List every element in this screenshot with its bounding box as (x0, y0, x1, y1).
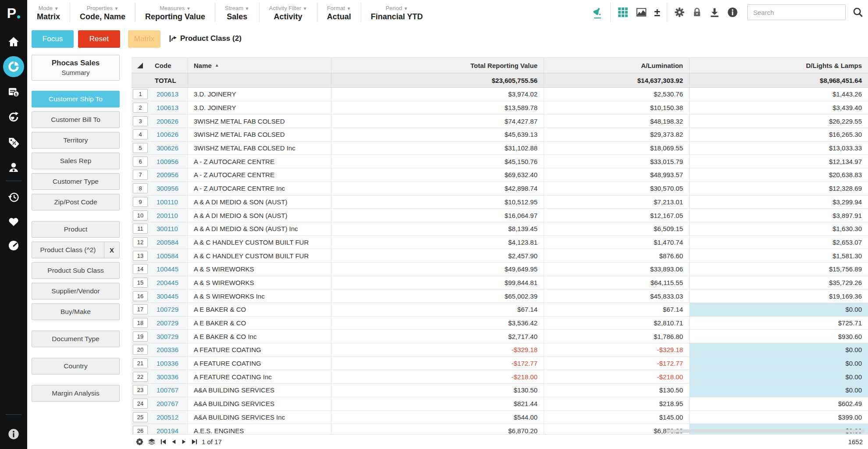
search-input[interactable] (747, 4, 846, 20)
row-code-link[interactable]: 200626 (149, 114, 188, 128)
row-number[interactable]: 10 (133, 210, 148, 221)
prev-page-icon[interactable] (171, 438, 177, 445)
row-code-link[interactable]: 100729 (149, 303, 188, 316)
row-name[interactable]: A E BAKER & CO (188, 303, 331, 316)
row-code-link[interactable]: 200729 (149, 317, 188, 330)
dashboard-gauge-icon[interactable] (7, 239, 20, 252)
layers-icon[interactable] (148, 438, 156, 445)
row-number[interactable]: 22 (133, 372, 148, 382)
row-name[interactable]: A.E.S. ENGINES (188, 424, 331, 435)
row-code-link[interactable]: 300626 (149, 142, 188, 155)
row-name[interactable]: A - Z AUTOCARE CENTRE Inc (188, 182, 331, 195)
row-code-link[interactable]: 100767 (149, 384, 188, 397)
chart-view-icon[interactable] (635, 7, 647, 18)
finance-icon[interactable]: $ (7, 86, 20, 98)
row-code-link[interactable]: 100584 (149, 249, 188, 262)
reset-button[interactable]: Reset (78, 30, 120, 48)
last-page-icon[interactable] (191, 438, 198, 445)
row-number[interactable]: 18 (133, 318, 148, 328)
customers-icon[interactable] (7, 161, 20, 174)
row-code-link[interactable]: 200445 (149, 276, 188, 289)
activity-filter-dropdown[interactable]: Activity Filter ▼ Activity (260, 3, 317, 21)
row-code-link[interactable]: 300336 (149, 370, 188, 383)
row-name[interactable]: A FEATURE COATING (188, 357, 331, 370)
row-number[interactable]: 24 (133, 399, 148, 409)
dimension-customer-bill-to[interactable]: Customer Bill To (32, 111, 120, 128)
dimension-margin-analysis[interactable]: Margin Analysis (32, 385, 120, 402)
row-name[interactable]: 3.D. JOINERY (188, 101, 331, 114)
row-name[interactable]: A&A BUILDING SERVICES Inc (188, 411, 331, 424)
plus-minus-icon[interactable]: ± (654, 8, 660, 17)
row-name[interactable]: A & A DI MEDIO & SON (AUST) Inc (188, 222, 331, 235)
row-code-link[interactable]: 200767 (149, 397, 188, 410)
row-code-link[interactable]: 100956 (149, 155, 188, 168)
column-header-d-lights-lamps[interactable]: D/Lights & Lamps (689, 58, 868, 73)
row-number[interactable]: 14 (133, 264, 148, 274)
row-code-link[interactable]: 100336 (149, 357, 188, 370)
row-code-link[interactable]: 200336 (149, 343, 188, 356)
dimension-document-type[interactable]: Document Type (32, 331, 120, 347)
dimension-supplier-vendor[interactable]: Supplier/Vendor (32, 283, 120, 299)
row-number[interactable]: 20 (133, 345, 148, 355)
row-number[interactable]: 23 (133, 385, 148, 395)
row-name[interactable]: A&A BUILDING SERVICES (188, 384, 331, 397)
column-header-name[interactable]: Name▲ (188, 58, 331, 73)
matrix-button[interactable]: Matrix (128, 30, 160, 48)
row-code-link[interactable]: 200584 (149, 236, 188, 249)
database-selector[interactable]: Phocas Sales Summary (32, 55, 120, 81)
home-icon[interactable] (7, 36, 20, 48)
row-code-link[interactable]: 300110 (149, 222, 188, 235)
info-icon[interactable] (7, 428, 20, 440)
grid-view-icon[interactable] (617, 7, 629, 18)
row-number[interactable]: 17 (133, 304, 148, 314)
analytics-donut-icon[interactable] (3, 56, 24, 77)
row-number[interactable]: 11 (133, 224, 148, 234)
grid-options-icon[interactable] (136, 438, 143, 445)
row-code-link[interactable]: 300729 (149, 330, 188, 343)
format-dropdown[interactable]: Format ▼ Actual (317, 3, 361, 21)
row-code-link[interactable]: 300956 (149, 182, 188, 195)
row-number[interactable]: 25 (133, 412, 148, 422)
row-number[interactable]: 6 (133, 157, 148, 167)
row-number[interactable]: 2 (133, 103, 148, 113)
row-name[interactable]: A & A DI MEDIO & SON (AUST) (188, 209, 331, 222)
select-all-corner-icon[interactable] (137, 63, 143, 68)
row-number[interactable]: 26 (133, 426, 148, 435)
focus-button[interactable]: Focus (32, 30, 74, 48)
row-number[interactable]: 21 (133, 358, 148, 368)
first-page-icon[interactable] (160, 438, 167, 445)
dimension-country[interactable]: Country (32, 358, 120, 374)
row-name[interactable]: A & C HANDLEY CUSTOM BUILT FUR (188, 249, 331, 262)
info-icon[interactable] (727, 7, 738, 18)
data-status-icon[interactable] (591, 7, 604, 18)
column-header-a-lumination[interactable]: A/Lumination (544, 58, 689, 73)
row-number[interactable]: 8 (133, 183, 148, 193)
measures-dropdown[interactable]: Measures ▼ Reporting Value (135, 3, 215, 21)
row-number[interactable]: 13 (133, 251, 148, 261)
row-number[interactable]: 7 (133, 170, 148, 180)
dimension-customer-type[interactable]: Customer Type (32, 173, 120, 190)
period-dropdown[interactable]: Period ▼ Financial YTD (361, 3, 433, 21)
dimension-product[interactable]: Product (32, 221, 120, 238)
row-name[interactable]: 3WISHZ METAL FAB COLSED (188, 128, 331, 141)
next-page-icon[interactable] (181, 438, 187, 445)
dimension-zip-post-code[interactable]: Zip/Post Code (32, 194, 120, 210)
row-name[interactable]: A FEATURE COATING (188, 343, 331, 356)
download-icon[interactable] (709, 7, 720, 18)
rebates-tag-icon[interactable] (7, 136, 20, 149)
row-code-link[interactable]: 100613 (149, 101, 188, 114)
row-code-link[interactable]: 200194 (149, 424, 188, 435)
row-code-link[interactable]: 200956 (149, 168, 188, 182)
row-name[interactable]: A & S WIREWORKS (188, 276, 331, 289)
row-number[interactable]: 12 (133, 237, 148, 247)
dimension-territory[interactable]: Territory (32, 132, 120, 149)
row-name[interactable]: A&A BUILDING SERVICES (188, 397, 331, 410)
row-code-link[interactable]: 200613 (149, 88, 188, 101)
dimension-product-sub-class[interactable]: Product Sub Class (32, 262, 120, 279)
history-icon[interactable] (7, 191, 20, 203)
dimension-customer-ship-to[interactable]: Customer Ship To (32, 91, 120, 107)
favorites-heart-icon[interactable] (7, 215, 20, 228)
loyalty-icon[interactable] (7, 111, 20, 123)
mode-dropdown[interactable]: Mode ▼ Matrix (27, 3, 70, 21)
stream-dropdown[interactable]: Stream ▼ Sales (215, 3, 259, 21)
